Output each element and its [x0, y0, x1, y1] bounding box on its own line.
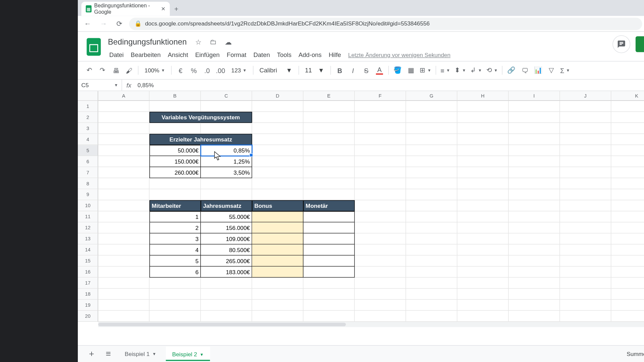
cell-K8[interactable]	[611, 178, 644, 189]
cell-A5[interactable]	[98, 145, 150, 156]
cell-J8[interactable]	[560, 178, 611, 189]
back-button[interactable]: ←	[82, 17, 94, 30]
strikethrough-button[interactable]: S	[360, 64, 372, 76]
cell-A8[interactable]	[98, 178, 150, 189]
link-button[interactable]: 🔗	[505, 64, 518, 76]
column-header-A[interactable]: A	[98, 91, 150, 101]
cell-H13[interactable]	[457, 233, 508, 244]
cell-H4[interactable]	[457, 134, 508, 145]
cell-F17[interactable]	[355, 278, 406, 289]
cell-A20[interactable]	[98, 311, 150, 322]
cell-H6[interactable]	[457, 156, 508, 167]
cell-F20[interactable]	[355, 311, 406, 322]
cell-B8[interactable]	[150, 178, 201, 189]
forward-button[interactable]: →	[97, 17, 110, 30]
new-tab-button[interactable]: +	[170, 3, 183, 16]
column-header-K[interactable]: K	[611, 91, 644, 101]
cell-B4[interactable]: Erzielter Jahresumsatz	[150, 134, 252, 145]
cell-C18[interactable]	[201, 289, 252, 300]
cell-K3[interactable]	[611, 123, 644, 134]
sheet-tab-beispiel-2[interactable]: Beispiel 2▼	[166, 347, 210, 361]
cell-I14[interactable]	[508, 244, 560, 255]
cell-J4[interactable]	[560, 134, 611, 145]
cell-G7[interactable]	[406, 167, 457, 178]
cell-A12[interactable]	[98, 222, 150, 233]
cell-H18[interactable]	[457, 289, 508, 300]
cell-A6[interactable]	[98, 156, 150, 167]
cell-J7[interactable]	[560, 167, 611, 178]
cell-A14[interactable]	[98, 244, 150, 255]
cell-E19[interactable]	[304, 300, 355, 311]
horizontal-scrollbar[interactable]	[98, 322, 644, 327]
cell-F7[interactable]	[355, 167, 406, 178]
name-box[interactable]: C5 ▼	[78, 79, 122, 90]
cell-E4[interactable]	[304, 134, 355, 145]
cell-C10[interactable]: Jahresumsatz	[201, 200, 252, 211]
cell-D3[interactable]	[252, 123, 304, 134]
cell-K2[interactable]	[611, 112, 644, 123]
column-header-B[interactable]: B	[150, 91, 201, 101]
cell-G19[interactable]	[406, 300, 457, 311]
cell-K19[interactable]	[611, 300, 644, 311]
cell-H2[interactable]	[457, 112, 508, 123]
cell-H7[interactable]	[457, 167, 508, 178]
cell-B20[interactable]	[150, 311, 201, 322]
cell-C5[interactable]: 0,85%	[201, 145, 252, 156]
select-all-corner[interactable]	[78, 91, 98, 101]
cell-G3[interactable]	[406, 123, 457, 134]
cell-G16[interactable]	[406, 266, 457, 278]
menu-hilfe[interactable]: Hilfe	[326, 50, 344, 60]
cell-E1[interactable]	[304, 101, 355, 112]
cell-H12[interactable]	[457, 222, 508, 233]
cell-G8[interactable]	[406, 178, 457, 189]
cell-B7[interactable]: 260.000€	[150, 167, 201, 178]
cell-D20[interactable]	[252, 311, 304, 322]
cell-E11[interactable]	[304, 211, 355, 222]
font-size-select[interactable]: 11▼	[302, 67, 328, 74]
cell-K14[interactable]	[611, 244, 644, 255]
cell-H20[interactable]	[457, 311, 508, 322]
cell-H8[interactable]	[457, 178, 508, 189]
row-header-3[interactable]: 3	[78, 123, 98, 134]
cell-J16[interactable]	[560, 266, 611, 278]
cell-G13[interactable]	[406, 233, 457, 244]
share-button[interactable]: Freigeben	[636, 36, 644, 52]
column-header-C[interactable]: C	[201, 91, 252, 101]
cell-A1[interactable]	[98, 101, 150, 112]
cell-E16[interactable]	[304, 266, 355, 278]
cell-J3[interactable]	[560, 123, 611, 134]
cell-F16[interactable]	[355, 266, 406, 278]
cell-F3[interactable]	[355, 123, 406, 134]
cell-D10[interactable]: Bonus	[252, 200, 304, 211]
column-header-D[interactable]: D	[252, 91, 304, 101]
cell-J9[interactable]	[560, 189, 611, 200]
cell-J6[interactable]	[560, 156, 611, 167]
redo-button[interactable]: ↷	[96, 64, 109, 76]
cell-F1[interactable]	[355, 101, 406, 112]
browser-tab[interactable]: ▦ Bedingungsfunktionen - Google ✕	[82, 2, 170, 16]
cell-B15[interactable]: 5	[150, 255, 201, 266]
cell-K9[interactable]	[611, 189, 644, 200]
cell-J12[interactable]	[560, 222, 611, 233]
menu-addons[interactable]: Add-ons	[296, 50, 325, 60]
fill-color-button[interactable]: 🪣	[391, 64, 404, 76]
cell-K10[interactable]	[611, 200, 644, 211]
cell-K17[interactable]	[611, 278, 644, 289]
row-header-13[interactable]: 13	[78, 233, 98, 244]
cell-G2[interactable]	[406, 112, 457, 123]
cell-A2[interactable]	[98, 112, 150, 123]
cell-A3[interactable]	[98, 123, 150, 134]
cell-I5[interactable]	[508, 145, 560, 156]
cell-F6[interactable]	[355, 156, 406, 167]
cell-K12[interactable]	[611, 222, 644, 233]
cell-A9[interactable]	[98, 189, 150, 200]
row-header-5[interactable]: 5	[78, 145, 98, 156]
cell-B1[interactable]	[150, 101, 201, 112]
cell-I2[interactable]	[508, 112, 560, 123]
cell-B2[interactable]: Variables Vergütungssystem	[150, 112, 252, 123]
row-header-18[interactable]: 18	[78, 289, 98, 300]
cell-H5[interactable]	[457, 145, 508, 156]
sheet-tab-beispiel-1[interactable]: Beispiel 1▼	[118, 347, 162, 361]
cell-D9[interactable]	[252, 189, 304, 200]
cell-E2[interactable]	[304, 112, 355, 123]
